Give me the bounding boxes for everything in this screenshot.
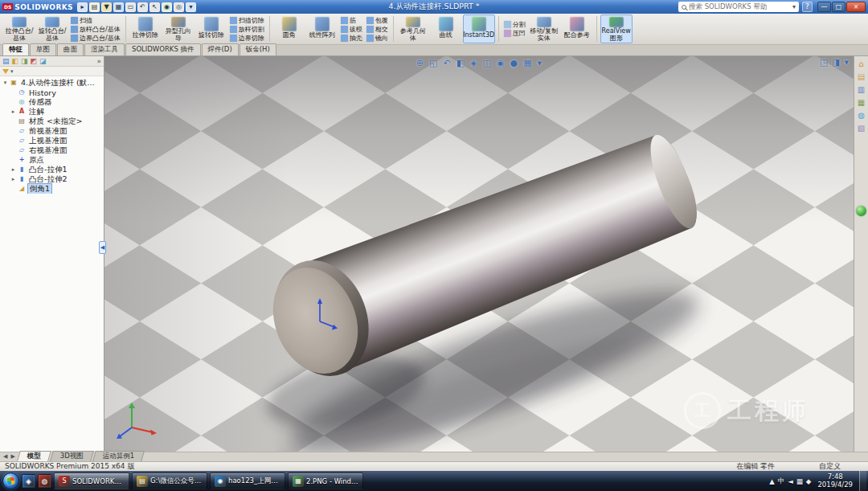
- tree-item[interactable]: ▸▮凸台-拉伸1: [0, 165, 104, 174]
- solidworks-resources-orb-icon[interactable]: [856, 206, 866, 216]
- appearances-scenes-icon[interactable]: ◍: [858, 111, 865, 120]
- new-file-icon[interactable]: ▤: [89, 2, 100, 12]
- extrude-cut-button[interactable]: 拉伸切除: [129, 14, 162, 43]
- loft-cut-button[interactable]: 放样切割: [228, 25, 266, 33]
- previous-view-icon[interactable]: ↶: [443, 58, 450, 68]
- view-settings-icon[interactable]: ▾: [538, 58, 542, 68]
- close-button[interactable]: ×: [846, 2, 866, 12]
- model-tab-nav-2[interactable]: ▶: [10, 452, 14, 461]
- split-button[interactable]: 分割: [502, 21, 527, 29]
- loft-boss-button[interactable]: 放样凸台/基体: [69, 25, 122, 33]
- move-copy-bodies-button[interactable]: 移动/复制实体: [528, 14, 560, 43]
- taskbar-solidworks[interactable]: SSOLIDWORKS P...: [54, 473, 129, 489]
- rebuild-icon[interactable]: ◉: [162, 2, 172, 12]
- mate-reference-button[interactable]: 配合参考: [561, 14, 593, 43]
- intersect-button[interactable]: 相交: [365, 25, 390, 33]
- open-file-icon[interactable]: ▼: [101, 2, 112, 12]
- reference-geometry-button[interactable]: 参考几何体: [397, 14, 429, 43]
- maximize-button[interactable]: □: [832, 2, 845, 12]
- tree-item[interactable]: ▱右视基准面: [0, 145, 104, 155]
- menu-expand-icon[interactable]: ▸: [77, 2, 88, 12]
- command-tab-6[interactable]: 焊件(D): [202, 43, 239, 55]
- view-palette-icon[interactable]: ▦: [858, 98, 865, 107]
- save-icon[interactable]: ▦: [113, 2, 124, 12]
- tree-item[interactable]: ◎传感器: [0, 97, 104, 107]
- model-tab-3[interactable]: 运动算例1: [92, 451, 145, 461]
- model-tab-1[interactable]: 模型: [17, 451, 51, 461]
- command-tab-4[interactable]: 渲染工具: [84, 43, 125, 55]
- filter-dropdown-icon[interactable]: ▾: [10, 68, 14, 75]
- view-orientation-icon[interactable]: ◈: [470, 58, 477, 68]
- help-button[interactable]: ?: [802, 2, 813, 12]
- boundary-boss-button[interactable]: 边界凸台/基体: [69, 34, 122, 42]
- graphics-area[interactable]: ⊕◱↶◧◈◫◉●▦▾ ◳◨▾ 工 工程师: [104, 56, 854, 452]
- network-icon[interactable]: ▦: [796, 477, 803, 485]
- file-explorer-icon[interactable]: ▥: [858, 85, 865, 94]
- curves-button[interactable]: 曲线: [430, 14, 462, 43]
- show-desktop-button[interactable]: [859, 471, 866, 491]
- realview-button[interactable]: RealView图形: [600, 14, 633, 43]
- model-tab-nav-1[interactable]: ◀: [3, 452, 7, 461]
- instant3d-button[interactable]: Instant3D: [463, 14, 495, 43]
- draft-button[interactable]: 拔模: [339, 25, 364, 33]
- design-library-icon[interactable]: ▤: [858, 72, 865, 81]
- dimxpert-manager-tab[interactable]: ◩: [31, 57, 38, 66]
- tree-item[interactable]: +原点: [0, 155, 104, 165]
- model-tab-2[interactable]: 3D视图: [50, 451, 94, 461]
- indent-button[interactable]: 压凹: [502, 30, 527, 38]
- expand-arrow-icon[interactable]: ▸: [10, 176, 16, 182]
- minimize-button[interactable]: —: [817, 2, 831, 12]
- panel-overflow[interactable]: »: [96, 57, 101, 66]
- linear-pattern-button[interactable]: 线性阵列: [306, 14, 338, 43]
- volume-icon[interactable]: ◄: [788, 477, 793, 485]
- help-dropdown-icon[interactable]: ▾: [186, 2, 196, 12]
- search-dropdown-icon[interactable]: ▾: [792, 3, 796, 10]
- tree-item[interactable]: ▱前视基准面: [0, 126, 104, 136]
- rib-button[interactable]: 筋: [339, 16, 364, 24]
- revolve-boss-button[interactable]: 旋转凸台/基体: [36, 14, 68, 43]
- zoom-fit-icon[interactable]: ⊕: [416, 58, 424, 68]
- command-tab-7[interactable]: 钣金(H): [240, 43, 276, 55]
- display-style-icon[interactable]: ◫: [483, 58, 491, 68]
- expand-arrow-icon[interactable]: ▸: [10, 166, 16, 173]
- start-button[interactable]: [2, 473, 19, 489]
- tree-item[interactable]: ▤材质 <未指定>: [0, 117, 104, 126]
- tree-item[interactable]: ▱上视基准面: [0, 136, 104, 145]
- select-icon[interactable]: ↖: [149, 2, 160, 12]
- tree-item[interactable]: ◷History: [0, 88, 104, 97]
- filter-icon[interactable]: [2, 69, 9, 74]
- command-tab-3[interactable]: 曲面: [57, 43, 84, 55]
- taskbar-hao123[interactable]: ◉hao123_上网从...: [210, 473, 285, 489]
- edit-appearance-icon[interactable]: ●: [510, 58, 518, 68]
- revolve-cut-button[interactable]: 旋转切除: [195, 14, 227, 43]
- display-manager-tab[interactable]: ◪: [39, 57, 47, 66]
- configuration-manager-tab[interactable]: ◨: [21, 57, 28, 66]
- sweep-button[interactable]: 扫描: [69, 16, 122, 24]
- section-view-icon[interactable]: ◧: [457, 58, 465, 68]
- wrap-button[interactable]: 包覆: [365, 16, 390, 24]
- tree-item[interactable]: ▸A注解: [0, 107, 104, 117]
- expand-arrow-icon[interactable]: ▾: [2, 80, 8, 86]
- hide-show-items-icon[interactable]: ◉: [497, 58, 505, 68]
- undo-icon[interactable]: ↶: [137, 2, 148, 12]
- ime-indicator[interactable]: 中: [778, 477, 785, 486]
- mirror-button[interactable]: 镜向: [365, 34, 390, 42]
- command-tab-5[interactable]: SOLIDWORKS 插件: [125, 43, 201, 55]
- boundary-cut-button[interactable]: 边界切除: [228, 34, 266, 42]
- property-manager-tab[interactable]: ◧: [12, 57, 19, 66]
- zoom-area-icon[interactable]: ◱: [429, 58, 437, 68]
- command-tab-2[interactable]: 草图: [30, 43, 56, 55]
- pane-split-icon[interactable]: ◨: [832, 57, 840, 68]
- shell-button[interactable]: 抽壳: [339, 34, 364, 42]
- taskbar-clock[interactable]: 7:48 2019/4/29: [814, 473, 856, 489]
- tree-item[interactable]: ◢倒角1: [0, 184, 104, 194]
- action-center-icon[interactable]: ◆: [806, 477, 812, 485]
- taskbar-image-viewer[interactable]: ▦2.PNG - Windo...: [288, 473, 363, 489]
- fillet-button[interactable]: 圆角: [273, 14, 305, 43]
- help-search-box[interactable]: 搜索 SOLIDWORKS 帮助 ▾: [678, 2, 799, 12]
- print-icon[interactable]: ▭: [125, 2, 136, 12]
- tree-item[interactable]: ▾▣4.从动件连接杆 (默认<<默认>_显...: [0, 78, 104, 88]
- custom-properties-icon[interactable]: ▧: [858, 124, 865, 133]
- task-pane-home-icon[interactable]: ⌂: [858, 59, 863, 68]
- extrude-boss-button[interactable]: 拉伸凸台/基体: [3, 14, 35, 43]
